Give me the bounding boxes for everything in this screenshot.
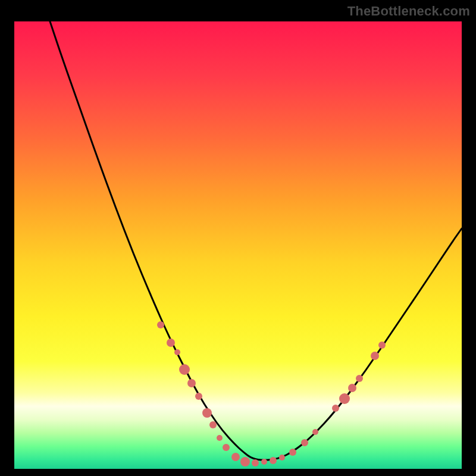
curve-marker xyxy=(240,457,250,466)
curve-marker xyxy=(167,339,175,347)
curve-marker xyxy=(371,352,379,360)
curve-marker xyxy=(339,393,350,404)
curve-marker xyxy=(223,444,230,451)
curve-line xyxy=(50,21,462,460)
curve-markers xyxy=(157,321,386,466)
curve-marker xyxy=(348,384,356,392)
curve-marker xyxy=(312,429,318,435)
curve-marker xyxy=(279,455,285,461)
curve-marker xyxy=(252,459,259,466)
curve-marker xyxy=(378,342,386,349)
curve-marker xyxy=(261,459,267,465)
curve-marker xyxy=(174,349,180,355)
curve-marker xyxy=(356,375,363,382)
curve-marker xyxy=(332,405,339,412)
curve-marker xyxy=(289,449,296,456)
curve-marker xyxy=(301,439,308,446)
curve-marker xyxy=(217,435,223,441)
curve-marker xyxy=(179,364,190,375)
curve-marker xyxy=(202,408,212,418)
curve-marker xyxy=(270,457,277,464)
watermark-text: TheBottleneck.com xyxy=(347,4,470,19)
curve-marker xyxy=(231,453,240,461)
chart-frame xyxy=(14,21,462,469)
curve-marker xyxy=(187,379,196,387)
chart-plot xyxy=(14,21,462,469)
curve-marker xyxy=(195,393,202,400)
curve-marker xyxy=(209,421,217,428)
curve-marker xyxy=(157,321,164,328)
